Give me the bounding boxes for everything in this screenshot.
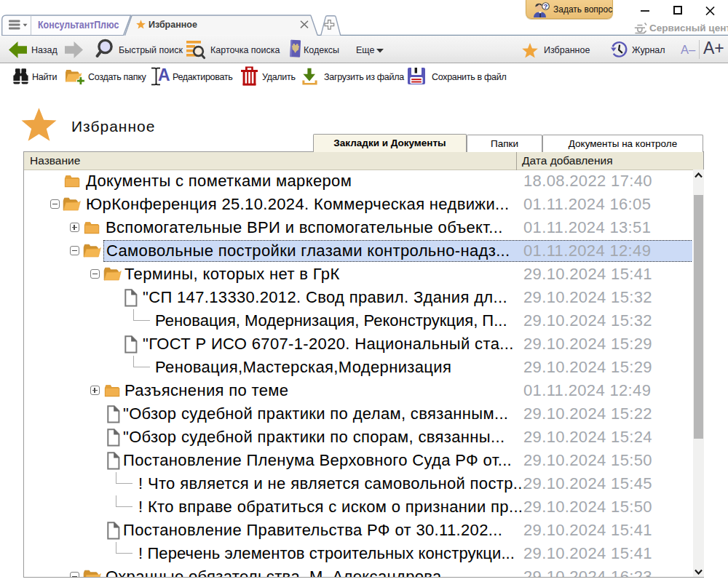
- svg-text:?: ?: [544, 2, 548, 10]
